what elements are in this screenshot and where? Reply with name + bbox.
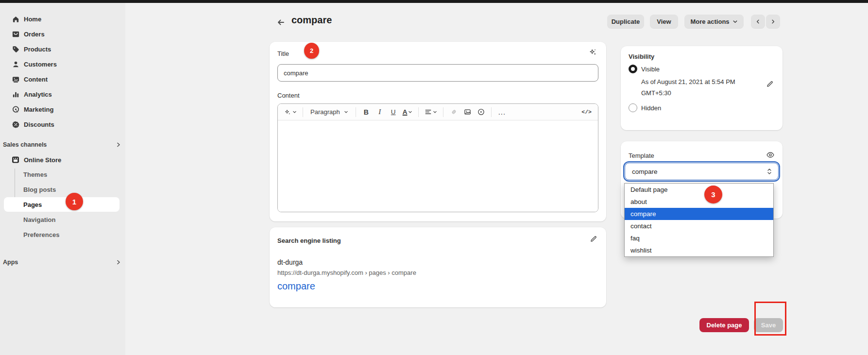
sidebar-item-label: Analytics [24, 91, 52, 98]
title-input[interactable] [277, 64, 598, 82]
next-page-button[interactable] [766, 15, 780, 28]
editor-toolbar: Paragraph B I U A [278, 104, 598, 120]
marketing-icon [11, 105, 20, 114]
sidebar-item-label: Pages [23, 201, 42, 208]
content-editor-body[interactable] [278, 120, 598, 212]
content-icon [11, 75, 20, 84]
preview-template-button[interactable] [766, 151, 775, 159]
italic-button[interactable]: I [374, 106, 386, 118]
visibility-option-hidden[interactable]: Hidden [629, 103, 661, 112]
template-option-about[interactable]: about [625, 196, 773, 208]
delete-page-button[interactable]: Delete page [699, 318, 749, 332]
sidebar-section-apps[interactable]: Apps [3, 256, 121, 268]
magic-ai-icon[interactable] [589, 48, 597, 56]
sidebar-item-pages[interactable]: Pages [4, 197, 119, 212]
sidebar-item-label: Orders [24, 31, 45, 38]
previous-page-button[interactable] [751, 15, 765, 28]
bold-button[interactable]: B [360, 106, 372, 118]
more-actions-label: More actions [690, 18, 729, 25]
sidebar-item-analytics[interactable]: Analytics [4, 87, 121, 102]
template-option-compare[interactable]: compare [625, 208, 773, 220]
sidebar-item-discounts[interactable]: Discounts [4, 117, 121, 132]
sidebar-item-label: Themes [23, 171, 47, 178]
template-option-default-page[interactable]: Default page [625, 184, 773, 196]
section-label: Apps [3, 259, 18, 266]
seo-heading: Search engine listing [277, 237, 341, 244]
insert-image-button[interactable] [461, 106, 473, 118]
eye-icon [766, 151, 775, 159]
back-button[interactable] [275, 17, 287, 28]
sidebar-item-orders[interactable]: Orders [4, 27, 121, 42]
edit-visibility-date-button[interactable] [766, 80, 774, 88]
sidebar-item-customers[interactable]: Customers [4, 57, 121, 72]
template-option-faq[interactable]: faq [625, 232, 773, 244]
sidebar-item-label: Products [24, 46, 51, 53]
video-play-icon [477, 108, 485, 116]
sidebar-item-home[interactable]: Home [4, 12, 121, 27]
sidebar-section-sales-channels[interactable]: Sales channels [3, 139, 121, 151]
sidebar-item-themes[interactable]: Themes [4, 167, 119, 182]
view-button[interactable]: View [650, 15, 678, 28]
radio-unselected-icon[interactable] [629, 103, 637, 112]
seo-site-name: dt-durga [277, 258, 303, 266]
orders-icon [11, 30, 20, 39]
insert-link-button[interactable] [448, 106, 460, 118]
sidebar-item-marketing[interactable]: Marketing [4, 102, 121, 117]
sidebar-item-label: Online Store [24, 156, 61, 164]
alignment-button[interactable] [423, 106, 439, 118]
visibility-card: Visibility Visible As of August 21, 2021… [621, 46, 783, 130]
text-color-button[interactable]: A [401, 106, 414, 118]
seo-breadcrumb-url: https://dt-durga.myshopify.com › pages ›… [277, 269, 416, 276]
back-arrow-icon [276, 17, 286, 27]
visibility-option-visible[interactable]: Visible [629, 65, 660, 73]
paragraph-style-label: Paragraph [310, 108, 340, 116]
sidebar-item-label: Customers [24, 61, 57, 68]
annotation-badge-2: 2 [304, 43, 319, 59]
sidebar-item-content[interactable]: Content [4, 72, 121, 87]
sidebar-item-online-store[interactable]: Online Store [4, 152, 121, 167]
sidebar: Home Orders Products Customers Content A… [0, 3, 125, 355]
visibility-schedule-text: As of August 21, 2021 at 5:54 PM GMT+5:3… [641, 77, 735, 99]
chevron-down-icon [344, 110, 348, 114]
template-select[interactable]: compare [625, 163, 779, 180]
products-icon [11, 45, 20, 54]
seo-page-link[interactable]: compare [277, 281, 315, 292]
show-html-button[interactable]: </> [580, 106, 593, 118]
duplicate-button[interactable]: Duplicate [607, 15, 644, 28]
pencil-icon [590, 235, 597, 243]
annotation-highlight-box [754, 302, 786, 336]
sidebar-item-label: Home [24, 16, 41, 23]
sidebar-item-navigation[interactable]: Navigation [4, 212, 119, 227]
chevron-right-icon [116, 259, 121, 265]
insert-video-button[interactable] [475, 106, 487, 118]
paragraph-style-dropdown[interactable]: Paragraph [307, 106, 351, 118]
chevron-right-icon [116, 142, 121, 148]
ai-magic-button[interactable] [283, 106, 298, 118]
toolbar-divider [303, 107, 303, 117]
sidebar-item-label: Preferences [23, 231, 59, 238]
text-color-label: A [403, 108, 408, 116]
underline-button[interactable]: U [388, 106, 399, 118]
visible-option-label: Visible [641, 66, 660, 73]
analytics-icon [11, 90, 20, 99]
sidebar-item-products[interactable]: Products [4, 42, 121, 57]
sidebar-item-label: Content [24, 76, 48, 83]
radio-selected-icon[interactable] [629, 65, 637, 73]
schedule-line-2: GMT+5:30 [641, 88, 735, 99]
annotation-badge-3: 3 [704, 186, 722, 203]
image-icon [464, 108, 471, 116]
sidebar-item-preferences[interactable]: Preferences [4, 227, 119, 242]
sidebar-item-label: Blog posts [23, 186, 56, 193]
chevron-down-icon [292, 110, 297, 114]
search-engine-listing-card: Search engine listing dt-durga https://d… [270, 227, 606, 307]
more-formatting-button[interactable]: ... [496, 106, 508, 118]
chevron-left-icon [755, 19, 761, 24]
template-option-contact[interactable]: contact [625, 220, 773, 232]
template-option-wishlist[interactable]: wishlist [625, 244, 773, 256]
discounts-icon [11, 120, 20, 129]
magic-sparkle-icon [284, 108, 291, 116]
more-actions-button[interactable]: More actions [684, 15, 744, 28]
edit-seo-button[interactable] [590, 235, 597, 243]
schedule-line-1: As of August 21, 2021 at 5:54 PM [641, 77, 735, 88]
sidebar-item-blog-posts[interactable]: Blog posts [4, 182, 119, 197]
